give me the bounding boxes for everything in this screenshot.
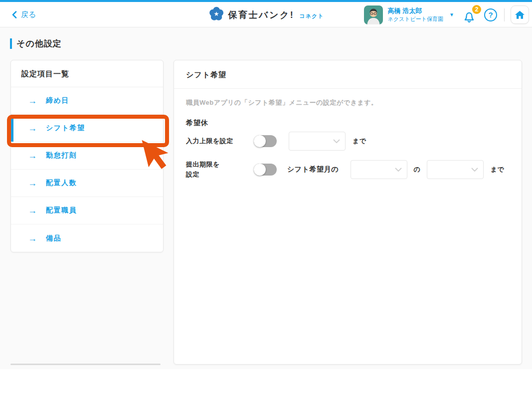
input-limit-suffix: まで [353,137,366,146]
settings-sidebar: 設定項目一覧 → 締め日 → シフト希望 → 勤怠打刻 → 配置人数 → 配置職… [10,60,164,252]
question-icon: ? [488,10,493,19]
user-name: 高橋 浩太郎 [388,6,444,15]
logo-subtitle: コネクト [299,9,324,20]
sidebar-title: 設定項目一覧 [11,60,163,87]
notification-button[interactable]: 2 [462,5,478,25]
sidebar-item-label: 配置人数 [46,179,77,188]
chevron-down-icon [333,139,340,144]
arrow-right-icon: → [28,234,37,243]
app-logo: 保育士バンク! コネクト [208,2,324,27]
sidebar-item-bihin[interactable]: → 備品 [11,224,163,252]
screen: 戻る 保育士バンク! コネクト [0,0,532,399]
home-button[interactable] [511,5,529,24]
sidebar-item-shimebi[interactable]: → 締め日 [11,87,163,115]
input-limit-toggle[interactable] [254,135,277,147]
deadline-connector: の [414,165,421,174]
page-title: その他設定 [16,38,62,49]
arrow-right-icon: → [28,206,37,215]
toggle-knob [254,135,266,147]
deadline-toggle[interactable] [254,164,277,176]
arrow-right-icon: → [28,179,37,188]
panel-description: 職員Webアプリの「シフト希望」メニューの設定ができます。 [186,98,510,108]
notification-badge: 2 [472,5,481,14]
sidebar-item-label: 勤怠打刻 [46,151,77,160]
deadline-row: 提出期限を 設定 シフト希望月の の [186,160,510,180]
sidebar-item-label: 備品 [46,234,61,243]
section-title-kibokyu: 希望休 [186,118,510,128]
deadline-suffix: まで [491,165,505,174]
sidebar-item-label: 配置職員 [46,206,77,215]
header-divider [504,8,505,21]
chevron-down-icon [395,168,402,172]
arrow-right-icon: → [28,96,37,105]
bottom-divider-line [10,364,161,365]
input-limit-label: 入力上限を設定 [186,136,254,146]
page-title-bar: その他設定 [10,38,62,49]
user-avatar [364,5,383,24]
arrow-right-icon: → [28,124,37,133]
sidebar-item-haichi-ninzu[interactable]: → 配置人数 [11,170,163,197]
back-button[interactable]: 戻る [12,2,36,27]
sidebar-item-kintai-dakoku[interactable]: → 勤怠打刻 [11,142,163,170]
input-limit-select[interactable] [289,132,346,151]
sidebar-item-label: 締め日 [46,96,69,105]
input-limit-row: 入力上限を設定 まで [186,132,510,151]
chevron-down-icon [471,168,478,172]
sidebar-item-haichi-shokuin[interactable]: → 配置職員 [11,197,163,224]
user-menu[interactable]: 高橋 浩太郎 ネクストビート保育園 [388,6,444,22]
title-accent-bar [10,38,12,49]
shift-settings-panel: シフト希望 職員Webアプリの「シフト希望」メニューの設定ができます。 希望休 … [174,60,522,365]
caret-down-icon[interactable]: ▼ [449,12,454,17]
user-organization: ネクストビート保育園 [388,15,444,23]
chevron-left-icon [12,11,17,18]
sidebar-item-label: シフト希望 [46,124,85,133]
home-icon [514,9,526,20]
deadline-prefix: シフト希望月の [287,165,339,174]
panel-body: 職員Webアプリの「シフト希望」メニューの設定ができます。 希望休 入力上限を設… [174,89,522,189]
logo-title: 保育士バンク! [228,9,295,21]
app-background: 戻る 保育士バンク! コネクト [0,0,532,369]
deadline-day-select[interactable] [427,160,484,179]
sidebar-item-shift-kibou[interactable]: → シフト希望 [11,115,163,142]
panel-title: シフト希望 [174,60,522,89]
help-button[interactable]: ? [484,8,497,21]
deadline-month-select[interactable] [351,160,407,179]
app-header: 戻る 保育士バンク! コネクト [0,2,532,27]
deadline-label: 提出期限を 設定 [186,160,254,180]
logo-flower-icon [208,6,224,24]
arrow-right-icon: → [28,151,37,160]
back-label: 戻る [21,10,36,19]
toggle-knob [254,164,266,176]
header-right-controls: 高橋 浩太郎 ネクストビート保育園 ▼ 2 ? [364,2,529,27]
